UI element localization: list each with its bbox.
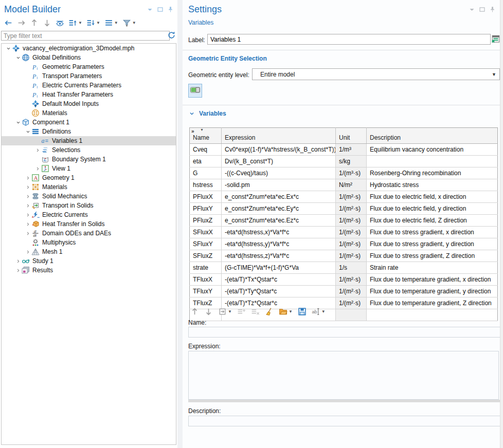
panel-menu-chevron-icon[interactable] xyxy=(469,6,475,13)
var-unit-cell[interactable]: 1/(m²·s) xyxy=(336,227,367,238)
column-header-unit[interactable]: Unit xyxy=(336,128,367,144)
tree-item-definitions[interactable]: Definitions xyxy=(2,127,176,136)
column-header-description[interactable]: Description xyxy=(367,128,498,144)
var-description-cell[interactable]: Rosenberg-Ohring recombination xyxy=(367,167,498,179)
var-unit-cell[interactable]: 1/(m²·s) xyxy=(336,203,367,215)
toolbar-button-move-down[interactable] xyxy=(42,17,52,28)
tree-item-global-definitions[interactable]: Global Definitions xyxy=(2,53,176,62)
tree-item-solid-mechanics[interactable]: Solid Mechanics xyxy=(2,192,176,201)
toolbar-button-clear-table[interactable] xyxy=(264,306,275,317)
var-unit-cell[interactable]: 1/(m²·s) xyxy=(336,250,367,262)
dropdown-arrow-icon[interactable]: ▼ xyxy=(132,21,136,25)
var-name-cell[interactable]: TFluxY xyxy=(190,286,222,297)
section-collapse-chevron-icon[interactable] xyxy=(188,110,195,117)
description-input[interactable] xyxy=(188,416,503,426)
dropdown-arrow-icon[interactable]: ▼ xyxy=(228,309,232,314)
tree-chevron-collapsed-icon[interactable] xyxy=(24,220,31,228)
tree-chevron-expanded-icon[interactable] xyxy=(14,54,22,61)
tree-chevron-collapsed-icon[interactable] xyxy=(24,183,31,191)
tree-chevron-collapsed-icon[interactable] xyxy=(34,146,41,154)
var-expression-cell[interactable]: e_const*Znum*eta*ec.Ey*c xyxy=(222,203,336,215)
var-description-cell[interactable]: Strain rate xyxy=(367,262,498,274)
var-name-cell[interactable]: G xyxy=(190,167,222,179)
var-name-cell[interactable]: SFluxY xyxy=(190,238,222,250)
float-window-icon[interactable] xyxy=(479,6,486,13)
var-description-cell[interactable]: Flux due to electric field, x direction xyxy=(367,191,498,203)
var-name-cell[interactable]: TFluxX xyxy=(190,274,222,286)
column-header-expression[interactable]: Expression xyxy=(222,128,336,144)
toolbar-button-collapse-all[interactable]: ▼ xyxy=(85,17,101,28)
refresh-icon[interactable] xyxy=(167,31,176,40)
sort-indicator-icon[interactable]: » xyxy=(191,128,194,134)
tree-item-mesh-1[interactable]: Mesh 1 xyxy=(2,247,176,256)
var-description-cell[interactable]: Flux due to stress gradient, x direction xyxy=(367,227,498,238)
var-unit-cell[interactable]: 1/(m²·s) xyxy=(336,238,367,250)
var-expression-cell[interactable]: -eta*d(hstress,y)*Va*f*c xyxy=(222,238,336,250)
var-unit-cell[interactable]: 1/(m²·s) xyxy=(336,274,367,286)
column-header-name[interactable]: »▼Name xyxy=(190,128,222,144)
var-expression-cell[interactable]: (G-cTIME)*Va*f+(1-f)*G*Va xyxy=(222,262,336,274)
var-description-cell[interactable]: Equilibrium vacancy concentration xyxy=(367,144,498,156)
var-expression-cell[interactable]: e_const*Znum*eta*ec.Ex*c xyxy=(222,191,336,203)
variables-section-heading[interactable]: Variables xyxy=(188,110,226,117)
var-expression-cell[interactable]: e_const*Znum*eta*ec.Ez*c xyxy=(222,215,336,227)
toolbar-button-back-arrow[interactable] xyxy=(3,17,14,28)
var-name-cell[interactable]: PFluxX xyxy=(190,191,222,203)
tree-item-selections[interactable]: Selections xyxy=(2,145,176,155)
var-name-cell[interactable]: hstress xyxy=(190,179,222,191)
var-unit-cell[interactable]: 1/s xyxy=(336,262,367,274)
var-unit-cell[interactable]: 1/m³ xyxy=(336,144,367,156)
pin-icon[interactable] xyxy=(489,6,496,13)
toolbar-button-expand-all[interactable]: ▼ xyxy=(67,17,83,28)
toolbar-button-move-up[interactable] xyxy=(29,17,40,28)
toolbar-button-filter[interactable]: ▼ xyxy=(121,17,137,28)
tree-item-geometric-parameters[interactable]: PiGeometric Parameters xyxy=(2,62,176,71)
tree-item-materials[interactable]: Materials xyxy=(2,182,176,192)
tree-chevron-collapsed-icon[interactable] xyxy=(24,248,31,255)
var-expression-cell[interactable]: -eta*d(hstress,z)*Va*f*c xyxy=(222,250,336,262)
tree-chevron-collapsed-icon[interactable] xyxy=(14,257,22,265)
var-description-cell[interactable]: Flux due to stress gradient, y direction xyxy=(367,238,498,250)
var-unit-cell[interactable] xyxy=(336,309,367,321)
tree-chevron-expanded-icon[interactable] xyxy=(5,45,12,52)
var-description-cell[interactable] xyxy=(367,156,498,167)
panel-menu-chevron-icon[interactable] xyxy=(147,6,153,13)
float-window-icon[interactable] xyxy=(157,6,164,13)
var-unit-cell[interactable]: 1/(m²·s) xyxy=(336,297,367,309)
tree-item-default-model-inputs[interactable]: Default Model Inputs xyxy=(2,99,176,108)
tree-item-view-1[interactable]: View 1 xyxy=(2,164,176,173)
var-expression-cell[interactable]: -eta*d(hstress,x)*Va*f*c xyxy=(222,227,336,238)
expression-scrollbar[interactable] xyxy=(188,400,500,402)
var-description-cell[interactable]: Flux due to temperature gradient, Z dire… xyxy=(367,297,498,309)
var-expression-cell[interactable]: Cv0*exp((1-f)*Va*hstress/(k_B_const*T)) xyxy=(222,144,336,156)
tree-item-domain-odes-and-daes[interactable]: ddtDomain ODEs and DAEs xyxy=(2,229,176,238)
filter-input[interactable] xyxy=(1,31,170,41)
tree-chevron-collapsed-icon[interactable] xyxy=(24,193,31,200)
expression-input[interactable] xyxy=(188,351,499,400)
toolbar-button-move-down[interactable] xyxy=(203,306,214,317)
tree-item-multiphysics[interactable]: Multiphysics xyxy=(2,238,176,247)
tree-chevron-collapsed-icon[interactable] xyxy=(34,165,41,172)
toolbar-button-delete-row[interactable] xyxy=(250,306,261,317)
tree-item-heat-transfer-in-solids[interactable]: Heat Transfer in Solids xyxy=(2,219,176,229)
toolbar-button-move-up[interactable] xyxy=(189,306,200,317)
var-expression-cell[interactable]: -(eta/T)*Tx*Qstar*c xyxy=(222,274,336,286)
var-unit-cell[interactable]: 1/(m³·s) xyxy=(336,167,367,179)
tree-item-electric-currents-parameters[interactable]: PiElectric Currents Parameters xyxy=(2,81,176,90)
toolbar-button-move-to-table[interactable]: ▼ xyxy=(217,306,233,317)
label-input[interactable] xyxy=(207,34,491,45)
tree-chevron-expanded-icon[interactable] xyxy=(24,128,31,135)
geometric-entity-level-dropdown[interactable]: Entire model ▼ xyxy=(252,68,500,80)
tree-chevron-collapsed-icon[interactable] xyxy=(24,211,31,218)
var-description-cell[interactable]: Flux due to electric field, Z direction xyxy=(367,215,498,227)
tree-item-materials[interactable]: Materials xyxy=(2,108,176,118)
toolbar-button-show[interactable] xyxy=(55,17,65,28)
var-description-cell[interactable] xyxy=(367,309,498,321)
toolbar-button-model-tree-nodes[interactable]: ▼ xyxy=(103,17,119,28)
tree-item-transport-parameters[interactable]: PiTransport Parameters xyxy=(2,71,176,81)
dropdown-arrow-icon[interactable]: ▼ xyxy=(114,21,118,25)
var-expression-cell[interactable]: Dv/(k_B_const*T) xyxy=(222,156,336,167)
var-unit-cell[interactable]: 1/(m²·s) xyxy=(336,286,367,297)
dropdown-arrow-icon[interactable]: ▼ xyxy=(289,309,293,314)
var-unit-cell[interactable]: N/m² xyxy=(336,179,367,191)
